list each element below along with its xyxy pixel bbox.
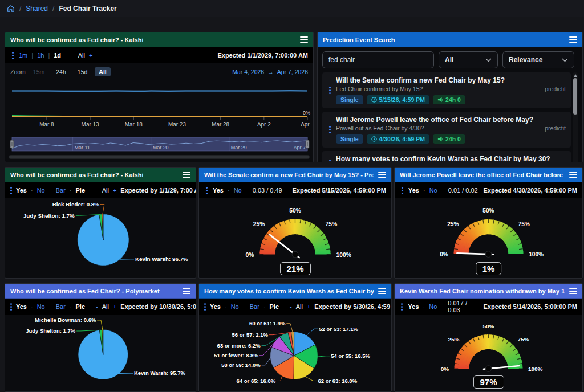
zoom-24h-button[interactable]: 24h [52,67,70,76]
no-toggle[interactable]: No [231,303,239,310]
yes-toggle[interactable]: Yes [210,303,221,310]
panel-options-kebab-icon[interactable] [400,187,404,194]
toggle-separator: · [228,187,230,194]
zoom-15d-button[interactable]: 15d [74,67,92,76]
toggle-separator: · [31,303,33,310]
svg-text:Mar 23: Mar 23 [168,121,186,128]
yes-toggle[interactable]: Yes [408,187,419,194]
panel-header[interactable]: How many votes to confirm Kevin Warsh as… [199,284,391,299]
no-toggle[interactable]: No [37,187,45,194]
search-input[interactable] [322,51,434,68]
result-options-kebab-icon[interactable] [327,126,332,133]
yes-toggle[interactable]: Yes [16,187,27,194]
svg-text:Mar 28: Mar 28 [212,121,229,128]
range-minus-button[interactable]: - [72,52,74,59]
panel-header[interactable]: Who will be confirmed as Fed Chair? - Po… [5,284,196,299]
panel-menu-icon[interactable] [378,288,386,294]
bar-view-button[interactable]: Bar [250,303,259,310]
panel-header[interactable]: Kevin Warsh Fed Chair nomination withdra… [395,284,582,299]
panel-header[interactable]: Prediction Event Search [318,32,582,47]
range-start-date[interactable]: Mar 4, 2026 [232,68,264,75]
interval-1m-button[interactable]: 1m [19,52,27,59]
panel-votes-pie: How many votes to confirm Kevin Warsh as… [198,283,392,392]
panel-menu-icon[interactable] [569,172,577,178]
range-all-button[interactable]: All [296,303,303,310]
expected-date-label: Expected 4/30/2026, 4:59:00 PM [484,187,577,194]
no-toggle[interactable]: No [234,187,242,194]
panel-options-kebab-icon[interactable] [204,187,209,194]
panel-menu-icon[interactable] [378,172,386,178]
range-minus-button[interactable]: - [290,303,292,310]
interval-1d-button[interactable]: 1d [54,52,61,59]
range-plus-button[interactable]: + [307,303,310,310]
toggle-separator: · [70,303,72,310]
results-scrollbar[interactable] [573,72,578,162]
toggle-separator: · [263,303,266,310]
no-toggle[interactable]: No [37,303,45,310]
chart-navigator[interactable]: Mar 11Mar 20Mar 29Apr 7 [7,136,311,153]
pie-view-button[interactable]: Pie [76,303,86,310]
range-plus-button[interactable]: + [113,303,116,310]
panel-menu-icon[interactable] [569,36,577,43]
panel-toolbar: Yes · No 0.01 / 0.02 Expected 4/30/2026,… [395,182,582,198]
panel-options-kebab-icon[interactable] [400,303,404,311]
search-result-item[interactable]: How many votes to confirm Kevin Warsh as… [322,151,571,162]
range-plus-button[interactable]: + [113,187,116,194]
panel-menu-icon[interactable] [182,172,190,178]
breadcrumb: / Shared / Fed Chair Tracker [0,0,584,17]
pie-chart[interactable]: Kevin Warsh: 95.7%Judy Shelton: 1.7%Mich… [5,315,196,391]
pie-view-button[interactable]: Pie [270,303,279,310]
result-options-kebab-icon[interactable] [327,87,332,94]
range-all-button[interactable]: All [78,52,85,59]
bar-view-button[interactable]: Bar [56,303,66,310]
panel-options-kebab-icon[interactable] [10,303,12,311]
gauge-value-badge: 21% [279,262,310,275]
yes-toggle[interactable]: Yes [213,187,224,194]
range-plus-button[interactable]: + [89,52,92,59]
no-toggle[interactable]: No [429,187,437,194]
panel-options-kebab-icon[interactable] [10,52,15,59]
panel-menu-icon[interactable] [182,288,190,294]
panel-menu-icon[interactable] [300,36,308,43]
result-options-kebab-icon[interactable] [327,160,332,163]
pie-view-button[interactable]: Pie [76,187,86,194]
bar-view-button[interactable]: Bar [56,187,66,194]
zoom-15m-button[interactable]: 15m [29,67,48,76]
pie-chart[interactable]: 52 or 53: 17.1%54 or 55: 16.5%62 or 63: … [199,315,391,391]
interval-1h-button[interactable]: 1h [37,52,44,59]
range-all-button[interactable]: All [102,303,109,310]
breadcrumb-separator: / [19,5,21,13]
range-end-date[interactable]: Apr 7, 2026 [277,68,308,75]
category-select[interactable]: All [439,51,498,68]
range-minus-button[interactable]: - [96,187,98,194]
sort-select[interactable]: Relevance [502,51,574,68]
chart-scrollbar[interactable] [9,155,310,159]
svg-text:68 or more: 6.2%: 68 or more: 6.2% [217,342,261,349]
panel-options-kebab-icon[interactable] [204,303,206,311]
range-all-button[interactable]: All [102,187,109,194]
panel-header[interactable]: Who will be confirmed as Fed chair? - Ka… [5,168,196,182]
svg-text:Mar 8: Mar 8 [39,121,54,128]
panel-options-kebab-icon[interactable] [10,187,12,194]
search-result-item[interactable]: Will Jerome Powell leave the office of F… [322,112,571,148]
panel-header[interactable]: Will Jerome Powell leave the office of F… [395,168,582,182]
scroll-up-icon[interactable] [574,74,577,77]
panel-header[interactable]: Will the Senate confirm a new Fed Chair … [199,168,391,182]
panel-menu-icon[interactable] [569,288,577,294]
scrollbar-thumb[interactable] [573,78,577,115]
svg-text:0%: 0% [303,110,310,116]
range-minus-button[interactable]: - [96,303,98,310]
zoom-all-button[interactable]: All [95,67,110,76]
zoom-label: Zoom [10,68,26,75]
search-result-item[interactable]: Will the Senate confirm a new Fed Chair … [322,72,571,108]
home-icon[interactable] [7,5,15,13]
yes-toggle[interactable]: Yes [408,303,419,310]
svg-text:50%: 50% [483,323,494,329]
no-toggle[interactable]: No [429,303,437,310]
chart-body: 0%25%50%75%100% 1% [395,198,582,278]
price-history-chart[interactable]: Mar 8Mar 13Mar 18Mar 23Mar 28Apr 2Apr 70… [7,80,311,135]
pie-chart[interactable]: Kevin Warsh: 96.7%Judy Shelton: 1.7%Rick… [5,198,196,278]
panel-header[interactable]: Who will be confirmed as Fed chair? - Ka… [5,32,313,47]
yes-toggle[interactable]: Yes [16,303,27,310]
breadcrumb-shared-link[interactable]: Shared [26,5,48,13]
